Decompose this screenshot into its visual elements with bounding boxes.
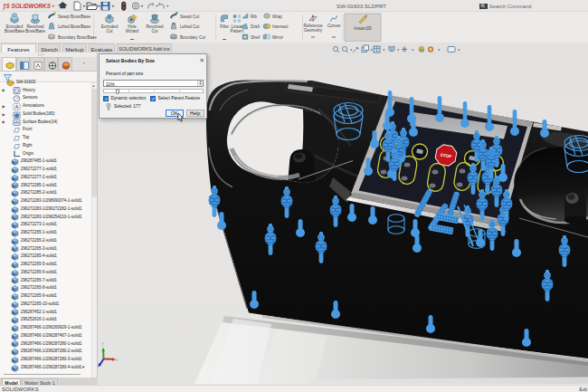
svg-text:x: x: [116, 358, 119, 362]
svg-text:Y: Y: [101, 342, 104, 347]
svg-text:A: A: [14, 104, 18, 110]
